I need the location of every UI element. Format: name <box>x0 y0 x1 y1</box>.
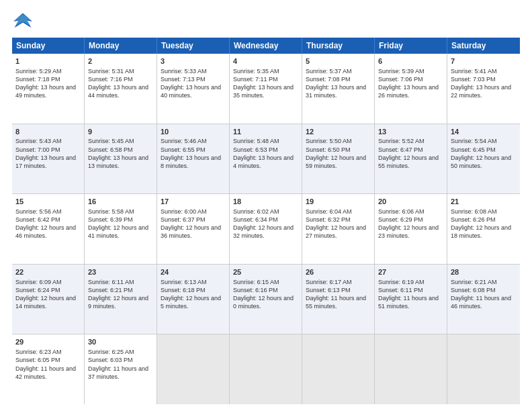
day-number: 23 <box>88 267 153 277</box>
day-info: Sunrise: 6:23 AMSunset: 6:05 PMDaylight:… <box>15 349 76 379</box>
day-number: 16 <box>88 197 153 207</box>
day-info: Sunrise: 6:13 AMSunset: 6:18 PMDaylight:… <box>161 279 221 310</box>
day-number: 26 <box>306 267 371 277</box>
calendar-cell-r3-c5: 27Sunrise: 6:19 AMSunset: 6:11 PMDayligh… <box>375 265 447 334</box>
day-info: Sunrise: 6:15 AMSunset: 6:16 PMDaylight:… <box>233 279 294 310</box>
page: Sunday Monday Tuesday Wednesday Thursday… <box>0 0 532 411</box>
calendar-cell-r2-c3: 18Sunrise: 6:02 AMSunset: 6:34 PMDayligh… <box>230 194 302 264</box>
calendar-cell-r1-c1: 9Sunrise: 5:45 AMSunset: 6:58 PMDaylight… <box>85 124 157 194</box>
day-number: 28 <box>451 267 517 277</box>
day-number: 22 <box>15 267 81 277</box>
day-info: Sunrise: 5:37 AMSunset: 7:08 PMDaylight:… <box>306 68 366 99</box>
day-info: Sunrise: 5:29 AMSunset: 7:18 PMDaylight:… <box>15 68 76 99</box>
day-number: 27 <box>378 267 443 277</box>
day-info: Sunrise: 6:25 AMSunset: 6:03 PMDaylight:… <box>88 349 148 379</box>
day-number: 5 <box>306 56 371 66</box>
header <box>12 12 520 31</box>
calendar-cell-r2-c2: 17Sunrise: 6:00 AMSunset: 6:37 PMDayligh… <box>157 194 230 264</box>
calendar-cell-r1-c4: 12Sunrise: 5:50 AMSunset: 6:50 PMDayligh… <box>302 124 375 194</box>
day-number: 11 <box>233 127 298 137</box>
day-info: Sunrise: 6:00 AMSunset: 6:37 PMDaylight:… <box>161 208 221 239</box>
calendar-row-1: 8Sunrise: 5:43 AMSunset: 7:00 PMDaylight… <box>12 124 520 195</box>
day-info: Sunrise: 5:46 AMSunset: 6:55 PMDaylight:… <box>161 138 221 169</box>
calendar-row-3: 22Sunrise: 6:09 AMSunset: 6:24 PMDayligh… <box>12 265 520 335</box>
calendar-cell-r4-c4 <box>302 334 375 404</box>
calendar-cell-r4-c2 <box>157 334 230 404</box>
day-info: Sunrise: 5:33 AMSunset: 7:13 PMDaylight:… <box>161 68 221 99</box>
day-number: 2 <box>88 56 153 66</box>
day-number: 30 <box>88 337 153 347</box>
day-number: 8 <box>15 127 81 137</box>
weekday-thursday: Thursday <box>302 38 375 54</box>
day-number: 13 <box>378 127 443 137</box>
day-number: 1 <box>15 56 81 66</box>
calendar-cell-r4-c0: 29Sunrise: 6:23 AMSunset: 6:05 PMDayligh… <box>12 334 85 404</box>
day-info: Sunrise: 6:11 AMSunset: 6:21 PMDaylight:… <box>88 279 148 310</box>
calendar-cell-r3-c2: 24Sunrise: 6:13 AMSunset: 6:18 PMDayligh… <box>157 265 230 334</box>
weekday-monday: Monday <box>85 38 157 54</box>
calendar-cell-r0-c0: 1Sunrise: 5:29 AMSunset: 7:18 PMDaylight… <box>12 54 85 124</box>
day-info: Sunrise: 5:56 AMSunset: 6:42 PMDaylight:… <box>15 208 76 239</box>
calendar-header: Sunday Monday Tuesday Wednesday Thursday… <box>12 38 520 54</box>
day-number: 18 <box>233 197 298 207</box>
day-number: 10 <box>161 127 226 137</box>
day-info: Sunrise: 6:06 AMSunset: 6:29 PMDaylight:… <box>378 208 439 239</box>
calendar-cell-r4-c3 <box>230 334 302 404</box>
calendar-cell-r2-c0: 15Sunrise: 5:56 AMSunset: 6:42 PMDayligh… <box>12 194 85 264</box>
logo <box>12 12 36 31</box>
day-number: 12 <box>306 127 371 137</box>
calendar-cell-r1-c2: 10Sunrise: 5:46 AMSunset: 6:55 PMDayligh… <box>157 124 230 194</box>
day-number: 3 <box>161 56 226 66</box>
calendar-cell-r1-c6: 14Sunrise: 5:54 AMSunset: 6:45 PMDayligh… <box>447 124 520 194</box>
day-info: Sunrise: 5:43 AMSunset: 7:00 PMDaylight:… <box>15 138 76 169</box>
calendar-cell-r3-c6: 28Sunrise: 6:21 AMSunset: 6:08 PMDayligh… <box>447 265 520 334</box>
day-info: Sunrise: 5:54 AMSunset: 6:45 PMDaylight:… <box>451 138 511 169</box>
calendar-cell-r0-c6: 7Sunrise: 5:41 AMSunset: 7:03 PMDaylight… <box>447 54 520 124</box>
calendar-cell-r3-c1: 23Sunrise: 6:11 AMSunset: 6:21 PMDayligh… <box>85 265 157 334</box>
weekday-sunday: Sunday <box>12 38 85 54</box>
calendar-cell-r2-c5: 20Sunrise: 6:06 AMSunset: 6:29 PMDayligh… <box>375 194 447 264</box>
day-info: Sunrise: 5:31 AMSunset: 7:16 PMDaylight:… <box>88 68 148 99</box>
calendar-cell-r1-c5: 13Sunrise: 5:52 AMSunset: 6:47 PMDayligh… <box>375 124 447 194</box>
day-info: Sunrise: 6:08 AMSunset: 6:26 PMDaylight:… <box>451 208 511 239</box>
calendar-cell-r0-c4: 5Sunrise: 5:37 AMSunset: 7:08 PMDaylight… <box>302 54 375 124</box>
day-info: Sunrise: 6:21 AMSunset: 6:08 PMDaylight:… <box>451 279 511 310</box>
day-number: 6 <box>378 56 443 66</box>
calendar-row-0: 1Sunrise: 5:29 AMSunset: 7:18 PMDaylight… <box>12 54 520 124</box>
calendar-cell-r0-c5: 6Sunrise: 5:39 AMSunset: 7:06 PMDaylight… <box>375 54 447 124</box>
calendar-cell-r0-c2: 3Sunrise: 5:33 AMSunset: 7:13 PMDaylight… <box>157 54 230 124</box>
day-info: Sunrise: 5:45 AMSunset: 6:58 PMDaylight:… <box>88 138 148 169</box>
calendar-cell-r4-c6 <box>447 334 520 404</box>
weekday-friday: Friday <box>375 38 447 54</box>
calendar-row-4: 29Sunrise: 6:23 AMSunset: 6:05 PMDayligh… <box>12 334 520 404</box>
day-info: Sunrise: 6:04 AMSunset: 6:32 PMDaylight:… <box>306 208 366 239</box>
logo-icon <box>12 12 34 31</box>
day-number: 15 <box>15 197 81 207</box>
calendar-cell-r3-c0: 22Sunrise: 6:09 AMSunset: 6:24 PMDayligh… <box>12 265 85 334</box>
calendar-body: 1Sunrise: 5:29 AMSunset: 7:18 PMDaylight… <box>12 54 520 404</box>
weekday-tuesday: Tuesday <box>157 38 230 54</box>
weekday-wednesday: Wednesday <box>230 38 302 54</box>
day-info: Sunrise: 5:50 AMSunset: 6:50 PMDaylight:… <box>306 138 366 169</box>
calendar-cell-r1-c3: 11Sunrise: 5:48 AMSunset: 6:53 PMDayligh… <box>230 124 302 194</box>
day-number: 14 <box>451 127 517 137</box>
calendar-cell-r0-c1: 2Sunrise: 5:31 AMSunset: 7:16 PMDaylight… <box>85 54 157 124</box>
weekday-saturday: Saturday <box>447 38 520 54</box>
day-info: Sunrise: 6:17 AMSunset: 6:13 PMDaylight:… <box>306 279 366 310</box>
calendar-cell-r3-c3: 25Sunrise: 6:15 AMSunset: 6:16 PMDayligh… <box>230 265 302 334</box>
day-info: Sunrise: 5:41 AMSunset: 7:03 PMDaylight:… <box>451 68 511 99</box>
calendar: Sunday Monday Tuesday Wednesday Thursday… <box>12 38 520 404</box>
calendar-cell-r0-c3: 4Sunrise: 5:35 AMSunset: 7:11 PMDaylight… <box>230 54 302 124</box>
day-number: 9 <box>88 127 153 137</box>
calendar-cell-r4-c5 <box>375 334 447 404</box>
day-info: Sunrise: 5:35 AMSunset: 7:11 PMDaylight:… <box>233 68 294 99</box>
day-number: 7 <box>451 56 517 66</box>
calendar-cell-r1-c0: 8Sunrise: 5:43 AMSunset: 7:00 PMDaylight… <box>12 124 85 194</box>
day-number: 21 <box>451 197 517 207</box>
day-info: Sunrise: 5:48 AMSunset: 6:53 PMDaylight:… <box>233 138 294 169</box>
calendar-cell-r2-c4: 19Sunrise: 6:04 AMSunset: 6:32 PMDayligh… <box>302 194 375 264</box>
calendar-cell-r3-c4: 26Sunrise: 6:17 AMSunset: 6:13 PMDayligh… <box>302 265 375 334</box>
day-info: Sunrise: 5:39 AMSunset: 7:06 PMDaylight:… <box>378 68 439 99</box>
calendar-cell-r2-c1: 16Sunrise: 5:58 AMSunset: 6:39 PMDayligh… <box>85 194 157 264</box>
day-info: Sunrise: 6:02 AMSunset: 6:34 PMDaylight:… <box>233 208 294 239</box>
